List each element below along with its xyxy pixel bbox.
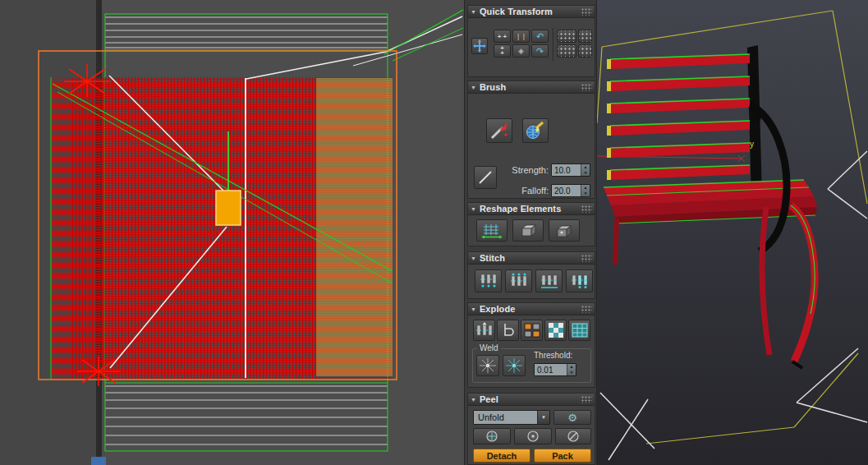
rollout-title: Stitch — [480, 253, 578, 263]
flatten-custom-button[interactable] — [568, 320, 590, 341]
teal-grid-icon — [571, 322, 589, 338]
move-horizontal-icon: + + — [498, 33, 507, 40]
falloff-curve-button[interactable] — [474, 166, 497, 189]
rollout-quick-transform: ▼ Quick Transform + + ❘❘❘❘ ↶ + + ◈ — [467, 5, 595, 77]
align-bars-icon: ❘❘❘❘ — [512, 33, 530, 40]
uv-editor-canvas[interactable] — [0, 0, 464, 465]
stitch-source-button[interactable] — [505, 269, 532, 292]
collapse-arrow-icon: ▼ — [471, 206, 476, 212]
threshold-spinner[interactable]: 0.01 ▲ ▼ — [534, 363, 576, 376]
rollout-title: Quick Transform — [480, 7, 578, 16]
peel-mode-button[interactable] — [473, 428, 511, 444]
weld-group: Weld — [472, 348, 591, 383]
flatten-by-smoothing-button[interactable] — [473, 320, 495, 341]
rotate-cw-button[interactable]: ↷ — [531, 44, 549, 58]
falloff-line-icon — [477, 169, 494, 186]
rollout-header-stitch[interactable]: ▼ Stitch — [468, 252, 595, 265]
rollout-header-reshape-elements[interactable]: ▼ Reshape Elements — [468, 203, 595, 215]
flatten-by-polygon-button[interactable] — [497, 320, 519, 341]
distribute-options-button-3[interactable] — [557, 44, 576, 58]
rollout-header-explode[interactable]: ▼ Explode — [468, 303, 595, 315]
align-to-edge-button[interactable]: ◈ — [512, 44, 530, 58]
space-vertical-button[interactable]: ❘❘❘❘ — [512, 30, 530, 43]
quick-transform-separator — [553, 28, 553, 61]
collapse-arrow-icon: ▼ — [471, 85, 476, 90]
strength-spinner[interactable]: 10.0 ▲ ▼ — [551, 163, 590, 177]
detach-button[interactable]: Detach — [473, 449, 530, 463]
align-horizontal-button[interactable]: + + — [494, 30, 511, 43]
rollout-title: Peel — [480, 394, 578, 404]
target-weld-web-icon — [505, 357, 523, 374]
dropdown-arrow-icon[interactable]: ▼ — [537, 411, 549, 424]
falloff-spinner[interactable]: 20.0 ▲ ▼ — [551, 184, 590, 197]
distribute-options-button-1[interactable] — [557, 30, 576, 43]
peel-slice-icon — [566, 430, 581, 443]
relax-button[interactable] — [549, 219, 580, 242]
uv-brush-button[interactable] — [486, 118, 512, 143]
rollout-grip-icon[interactable] — [581, 306, 592, 313]
peel-mode-value: Unfold — [474, 411, 537, 424]
straighten-selection-button[interactable] — [476, 219, 507, 242]
rollout-header-brush[interactable]: ▼ Brush — [468, 81, 595, 94]
strength-spinner-arrows[interactable]: ▲ ▼ — [581, 164, 590, 176]
spinner-down-icon[interactable]: ▼ — [581, 170, 590, 176]
falloff-spinner-arrows[interactable]: ▲ ▼ — [581, 185, 590, 196]
diamond-icon: ◈ — [518, 47, 524, 55]
peel-options-button[interactable]: ⚙ — [553, 410, 591, 425]
strength-value[interactable]: 10.0 — [552, 164, 581, 176]
rollout-reshape-elements: ▼ Reshape Elements — [467, 202, 595, 246]
viewport-drawing: y — [597, 0, 868, 465]
explode-comb-icon — [475, 322, 494, 338]
spinner-up-icon[interactable]: ▲ — [581, 164, 590, 170]
flatten-by-material-button[interactable] — [521, 320, 543, 341]
rotate-cw-icon: ↷ — [536, 46, 544, 57]
rollout-grip-icon[interactable] — [581, 84, 592, 91]
distribute-options-button-2[interactable] — [578, 30, 592, 43]
rollout-grip-icon[interactable] — [581, 205, 592, 213]
spinner-down-icon[interactable]: ▼ — [581, 191, 590, 196]
weld-selected-button[interactable] — [476, 355, 499, 376]
cube-icon — [518, 223, 538, 239]
peel-seams-button[interactable] — [555, 428, 591, 444]
rollout-grip-icon[interactable] — [581, 8, 592, 16]
perspective-viewport[interactable]: y — [597, 0, 868, 465]
stitch-custom-button[interactable] — [475, 269, 502, 292]
stitch-comb-dots-icon — [509, 273, 529, 289]
threshold-spinner-arrows[interactable]: ▲ ▼ — [567, 364, 576, 375]
target-weld-button[interactable] — [503, 355, 526, 376]
flatten-checker-button[interactable] — [544, 320, 567, 341]
move-all-icon — [473, 39, 486, 53]
rollout-grip-icon[interactable] — [581, 396, 592, 403]
falloff-value[interactable]: 20.0 — [552, 185, 581, 196]
align-vertical-button[interactable]: + + — [494, 44, 511, 58]
rollout-title: Explode — [480, 304, 578, 314]
spinner-up-icon[interactable]: ▲ — [567, 364, 576, 370]
stitch-average-button[interactable] — [535, 269, 563, 292]
rollout-grip-icon[interactable] — [581, 255, 592, 262]
peel-mode-dropdown[interactable]: Unfold ▼ — [473, 410, 550, 425]
relax-brush-button[interactable] — [522, 118, 549, 143]
spinner-up-icon[interactable]: ▲ — [581, 185, 590, 191]
falloff-label: Falloff: — [501, 186, 549, 196]
rollout-header-peel[interactable]: ▼ Peel — [468, 394, 595, 406]
unwrap-uvw-workspace: ▼ Quick Transform + + ❘❘❘❘ ↶ + + ◈ — [0, 0, 868, 465]
grid-arrows-icon — [481, 223, 503, 239]
move-mode-button[interactable] — [471, 38, 488, 54]
uv-editor-drawing — [0, 0, 464, 465]
rotate-ccw-icon: ↶ — [536, 31, 544, 42]
pack-button[interactable]: Pack — [534, 449, 591, 463]
stitch-target-button[interactable] — [566, 269, 593, 292]
polygon-b-icon — [500, 322, 517, 338]
distribute-options-button-4[interactable] — [578, 44, 592, 58]
collapse-arrow-icon: ▼ — [471, 9, 476, 15]
threshold-value[interactable]: 0.01 — [535, 364, 567, 375]
rollout-header-quick-transform[interactable]: ▼ Quick Transform — [468, 6, 595, 18]
material-squares-icon — [523, 322, 541, 338]
collapse-arrow-icon: ▼ — [471, 306, 476, 312]
rollout-peel: ▼ Peel Unfold ▼ ⚙ — [467, 393, 595, 465]
rotate-ccw-button[interactable]: ↶ — [531, 30, 549, 43]
relax-until-flat-button[interactable] — [512, 219, 544, 242]
spinner-down-icon[interactable]: ▼ — [567, 370, 576, 375]
peel-circle-icon — [526, 430, 540, 443]
peel-reset-button[interactable] — [514, 428, 552, 444]
